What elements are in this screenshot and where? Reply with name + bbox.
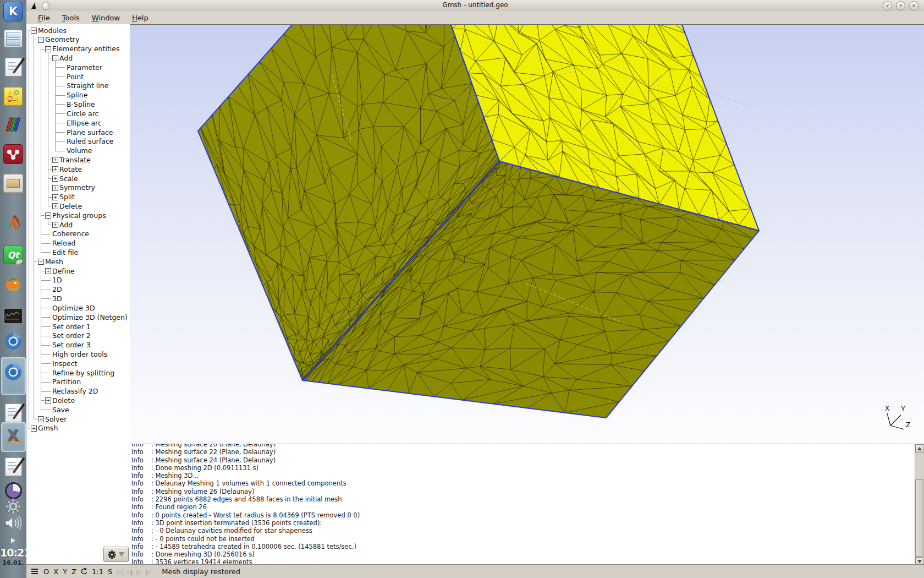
tree-item-straight-line[interactable]: Straight line — [26, 81, 130, 90]
step-back-button[interactable]: ◁| — [124, 569, 134, 576]
tree-item-coherence[interactable]: Coherence — [26, 229, 130, 238]
tree-item-modules[interactable]: −Modules — [26, 26, 130, 35]
tree-item-add[interactable]: −Add — [26, 53, 130, 63]
dock-item-system-monitor[interactable] — [3, 305, 23, 325]
tree-item-1d[interactable]: 1D — [26, 275, 130, 285]
tree-item-delete[interactable]: +Delete — [26, 201, 130, 211]
dock-item-mendeley[interactable] — [3, 144, 23, 163]
zoom-reset-button[interactable]: 1:1 — [90, 568, 106, 576]
tree-item-scale[interactable]: +Scale — [26, 174, 130, 183]
axis-button-y[interactable]: Y — [61, 568, 69, 576]
collapse-box-icon[interactable]: − — [31, 28, 37, 34]
dock-item-diagram-tool[interactable] — [3, 86, 23, 106]
dock-item-rgb-stripes-app[interactable] — [3, 114, 23, 134]
expand-box-icon[interactable]: + — [52, 194, 58, 200]
tree-item-mesh[interactable]: −Mesh — [26, 257, 130, 266]
dock-item-matlab[interactable] — [3, 212, 23, 232]
tree-item-save[interactable]: Save — [26, 405, 130, 415]
tree-item-geometry[interactable]: −Geometry — [26, 35, 130, 44]
dock-item-pycharm[interactable] — [3, 274, 23, 294]
tree-item-elementary-entities[interactable]: −Elementary entities — [26, 44, 130, 53]
expand-box-icon[interactable]: + — [52, 166, 58, 172]
expand-box-icon[interactable]: + — [52, 185, 58, 191]
dock-item-package-tool[interactable] — [3, 173, 23, 193]
tree-item-circle-arc[interactable]: Circle arc — [26, 109, 130, 118]
tree-item-optimize-3d-netgen-[interactable]: Optimize 3D (Netgen) — [26, 313, 130, 322]
tree-item-reclassify-2d[interactable]: Reclassify 2D — [26, 386, 130, 396]
status-menu-icon[interactable] — [30, 569, 41, 574]
menu-file[interactable]: File — [32, 12, 56, 24]
tree-item-add[interactable]: +Add — [26, 220, 130, 230]
axis-button-o[interactable]: O — [41, 568, 51, 576]
rotate-view-icon[interactable] — [80, 568, 88, 575]
stop-button[interactable]: S — [106, 568, 114, 576]
dock-item-text-editor-2[interactable] — [3, 403, 23, 423]
tree-item-ruled-surface[interactable]: Ruled surface — [26, 137, 130, 146]
maximize-button[interactable]: ∧ — [896, 1, 905, 10]
tree-item-solver[interactable]: +Solver — [26, 415, 130, 424]
scroll-up-button[interactable] — [915, 444, 923, 452]
collapse-box-icon[interactable]: − — [38, 37, 44, 43]
axis-button-x[interactable]: X — [51, 568, 61, 576]
tree-item-symmetry[interactable]: +Symmetry — [26, 183, 130, 192]
module-options-button[interactable] — [103, 547, 129, 562]
dock-item-chromium[interactable] — [3, 331, 23, 351]
scrollbar-thumb[interactable] — [915, 479, 923, 557]
axis-button-z[interactable]: Z — [69, 568, 79, 576]
minimize-button[interactable]: ∨ — [883, 1, 892, 10]
tree-item-b-spline[interactable]: B-Spline — [26, 100, 130, 109]
tree-item-set-order-3[interactable]: Set order 3 — [26, 340, 130, 350]
tree-item-3d[interactable]: 3D — [26, 294, 130, 303]
tree-item-2d[interactable]: 2D — [26, 285, 130, 294]
tree-item-gmsh[interactable]: +Gmsh — [26, 423, 130, 433]
tree-item-parameter[interactable]: Parameter — [26, 63, 130, 72]
collapse-box-icon[interactable]: − — [45, 46, 51, 52]
dock-item-chromium-active[interactable] — [3, 362, 23, 382]
tree-item-spline[interactable]: Spline — [26, 90, 130, 100]
rewind-button[interactable]: |◁ — [114, 569, 124, 576]
dock-item-file-manager[interactable] — [3, 29, 23, 48]
tree-item-volume[interactable]: Volume — [26, 146, 130, 155]
tree-item-reload[interactable]: Reload — [26, 238, 130, 248]
dock-item-text-editor-3[interactable] — [3, 457, 23, 477]
tree-item-plane-surface[interactable]: Plane surface — [26, 128, 130, 137]
dock-item-qt-creator[interactable]: Qt — [3, 244, 23, 264]
tree-item-point[interactable]: Point — [26, 72, 130, 81]
tree-item-rotate[interactable]: +Rotate — [26, 165, 130, 174]
expand-box-icon[interactable]: + — [45, 268, 51, 274]
tree-item-partition[interactable]: Partition — [26, 377, 130, 386]
expand-box-icon[interactable]: + — [52, 222, 58, 228]
tree-item-delete[interactable]: +Delete — [26, 396, 130, 405]
collapse-box-icon[interactable]: − — [38, 259, 44, 265]
expand-box-icon[interactable]: + — [52, 176, 58, 182]
tree-item-high-order-tools[interactable]: High order tools — [26, 350, 130, 359]
collapse-box-icon[interactable]: − — [45, 212, 51, 219]
dock-item-volume[interactable] — [3, 514, 23, 533]
expand-box-icon[interactable]: + — [52, 203, 58, 209]
dock-item-kde-launcher[interactable]: K — [3, 2, 23, 21]
collapse-box-icon[interactable]: − — [52, 55, 58, 61]
tree-item-set-order-1[interactable]: Set order 1 — [26, 322, 130, 331]
tree-item-define[interactable]: +Define — [26, 266, 130, 276]
console-scrollbar[interactable] — [915, 444, 924, 565]
expand-box-icon[interactable]: + — [38, 416, 44, 422]
dock-item-text-editor[interactable] — [3, 57, 23, 77]
play-button[interactable]: ▷ — [135, 569, 143, 576]
tree-item-inspect[interactable]: Inspect — [26, 359, 130, 368]
menu-tools[interactable]: Tools — [56, 12, 86, 24]
expand-box-icon[interactable]: + — [52, 157, 58, 163]
message-console[interactable]: Info: Meshing surface 20 (Plane, Delauna… — [130, 444, 924, 565]
tree-item-edit-file[interactable]: Edit file — [26, 248, 130, 257]
expand-box-icon[interactable]: + — [31, 426, 37, 432]
step-forward-button[interactable]: |▷ — [143, 569, 153, 576]
menu-help[interactable]: Help — [126, 12, 155, 24]
expand-box-icon[interactable]: + — [45, 397, 51, 403]
tree-item-optimize-3d[interactable]: Optimize 3D — [26, 303, 130, 313]
tree-item-physical-groups[interactable]: −Physical groups — [26, 211, 130, 220]
tree-item-set-order-2[interactable]: Set order 2 — [26, 331, 130, 340]
tree-item-split[interactable]: +Split — [26, 192, 130, 201]
tree-item-translate[interactable]: +Translate — [26, 155, 130, 165]
close-button[interactable]: × — [909, 1, 919, 10]
menu-window[interactable]: Window — [86, 12, 126, 24]
graphics-canvas[interactable]: XYZ — [130, 24, 924, 444]
